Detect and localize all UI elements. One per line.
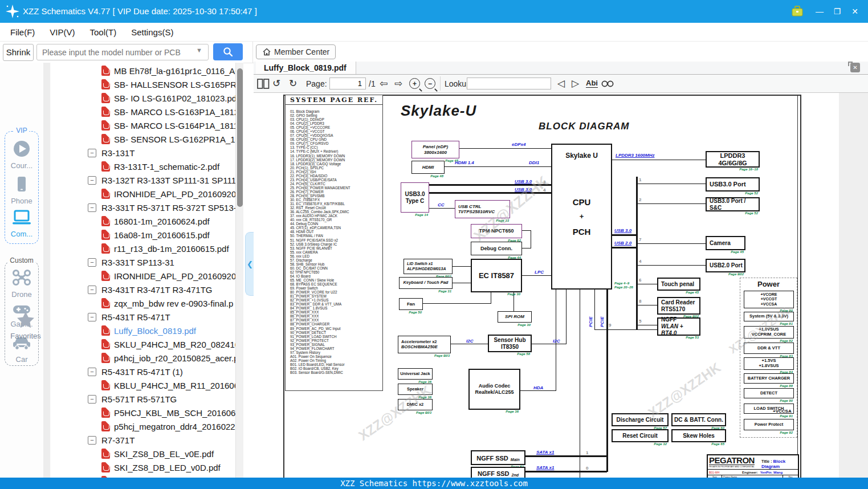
match-case-toggle[interactable]: Abi (586, 75, 598, 92)
close-document-icon[interactable]: ✕ (850, 63, 860, 72)
block-pwr-ddr-vtt: DDR & VTTPage 83 (744, 343, 794, 354)
tree-file[interactable]: KBLU_P4HCJ_MB_R11_20160607 (51, 378, 235, 392)
collapse-icon[interactable]: − (88, 286, 96, 294)
tree-file[interactable]: SB- HALLSENSOR LS-G165PR01 (51, 78, 235, 91)
pin-number: 5 (639, 319, 641, 324)
sidebar-item-drone[interactable]: Drone (5, 268, 38, 299)
tree-group[interactable]: −R3-331T SP113-31 (51, 255, 235, 269)
pin-number: 2 (639, 197, 641, 202)
sidebar-item-course[interactable]: Cour... (5, 140, 38, 170)
search-button[interactable] (213, 43, 243, 60)
app-logo-icon (5, 4, 20, 19)
pdf-page[interactable]: SYSTEM PAGE REF. 01. Block Diagram02. GP… (254, 93, 868, 478)
tree-file[interactable]: zqx_mb_bdw rev e-0903-final.p (51, 296, 235, 310)
menu-bar: File(F) VIP(V) Tool(T) Settings(S) (0, 23, 868, 42)
menu-file[interactable]: File(F) (10, 27, 35, 37)
sidebar-scrollbar[interactable] (43, 63, 50, 489)
collapse-icon[interactable]: − (88, 313, 96, 321)
tree-file[interactable]: P5HCJ_KBL_MB_SCH_20160620- (51, 406, 235, 419)
page-ref-label: Page 52 (745, 191, 758, 195)
menu-settings[interactable]: Settings(S) (131, 27, 173, 37)
zoom-in-button[interactable]: + (409, 78, 420, 89)
pageref-line: 23. PCH(4)_USB/PCIE/SATA (290, 178, 382, 182)
document-tab[interactable]: Luffy_Block_0819.pdf (256, 62, 356, 74)
wire (606, 290, 608, 472)
collapse-icon[interactable]: − (88, 395, 96, 404)
block-spi-rom: SPI ROMPage 30 (498, 311, 532, 323)
tree-group[interactable]: −R3-132T R3-133T SP111-31 SP111- (51, 173, 235, 187)
close-button[interactable]: ✕ (848, 5, 862, 18)
tree-file[interactable]: 16a08-1m_20160615.pdf (51, 228, 235, 242)
tree-file[interactable]: p4hcj_iob_r20_20150825_acer.pc (51, 351, 235, 365)
find-next-button[interactable]: ▷ (572, 75, 579, 92)
previous-page-button[interactable]: ⇦ (380, 75, 388, 92)
menu-vip[interactable]: VIP(V) (50, 27, 75, 37)
tree-group[interactable]: −R5-431T R5-471T (51, 310, 235, 324)
lookup-input[interactable] (467, 78, 551, 89)
tree-file[interactable]: R3-131T-1_schematic-2.pdf (51, 160, 235, 173)
collapse-icon[interactable]: − (88, 176, 96, 185)
collapse-icon[interactable]: − (88, 203, 96, 212)
sidebar-item-computer[interactable]: Com... (5, 209, 38, 238)
collapse-icon[interactable]: − (88, 149, 96, 157)
member-center-button[interactable]: Member Center (256, 44, 336, 59)
sidebar-item-favorites[interactable]: Favorites (0, 311, 51, 340)
tree-file[interactable]: Luffy_Block_0819.pdf (51, 324, 235, 337)
zoom-out-button[interactable]: − (425, 78, 435, 89)
shrink-button[interactable]: Shrink (3, 44, 34, 61)
tree-item-label: r11_r13_db-1m_20160615.pdf (114, 244, 229, 254)
block-ec: EC IT8587Page 30 (471, 259, 522, 292)
minimize-button[interactable]: — (813, 5, 826, 18)
tree-file[interactable]: SB- SENSOR LS-G162PR1A_1811 (51, 132, 235, 146)
tree-file[interactable]: SB- MARCO LS-G164P1A_18112 (51, 119, 235, 132)
brand-subtext: PEGATRON PROPRIETARY AND CONFIDENTIAL (709, 466, 761, 468)
page-number-input[interactable] (329, 78, 366, 89)
pageref-line: 14. TYPE-C (MUX + Redriver) (290, 149, 382, 153)
tree-file[interactable]: IRONHIDE_APL_PD_20160920_-: (51, 269, 235, 283)
maximize-button[interactable]: ❐ (830, 5, 844, 18)
tree-file[interactable]: IRONHIDE_APL_PD_20160920_-: (51, 187, 235, 201)
sidebar-collapse-handle[interactable]: ❮ (245, 232, 254, 296)
menu-tool[interactable]: Tool(T) (90, 27, 117, 37)
tree-group[interactable]: −R5-571T R5-571TG (51, 392, 235, 406)
tree-group[interactable]: −R5-431T R5-471T (1) (51, 365, 235, 378)
next-page-button[interactable]: ⇨ (394, 75, 402, 92)
tree-group[interactable]: −R3-331T R5-371T R5-372T SP513-5 (51, 201, 235, 214)
wire (638, 284, 657, 284)
rotate-left-icon[interactable]: ↺ (272, 75, 280, 92)
model-search-input[interactable] (36, 44, 209, 60)
pdf-file-icon (101, 120, 110, 131)
collapse-icon[interactable]: − (88, 436, 96, 445)
rotate-right-icon[interactable]: ↻ (289, 75, 297, 92)
tree-file[interactable]: MB Eh78f_la-g161pr1c_0116_AC (51, 64, 235, 78)
system-page-ref-header: SYSTEM PAGE REF. (286, 95, 382, 105)
tree-item-label: 16a08-1m_20160615.pdf (114, 230, 210, 240)
tree-file[interactable]: SB- IO LS-G161P02_181023.pdf (51, 91, 235, 105)
page-ref-label: Page 45 (731, 250, 744, 254)
block-pwr-protect: Power ProtectPage 92 (744, 419, 794, 430)
tree-file[interactable]: 16801-1m_20160624.pdf (51, 214, 235, 228)
pageref-line: 64. IO Board (290, 274, 382, 278)
pdf-file-icon (101, 298, 110, 308)
block-touch-penal: Touch penalPage 45 (657, 278, 700, 291)
collapse-icon[interactable]: − (88, 258, 96, 267)
sidebar-item-phone[interactable]: Phone (5, 175, 38, 205)
tree-file[interactable]: SKI_ZS8_DB_LED_v0D.pdf (51, 461, 235, 474)
tree-scrollbar[interactable] (235, 63, 243, 489)
find-previous-button[interactable]: ◁ (557, 75, 565, 92)
pageref-line: 62 TPM NPCT650 (290, 270, 382, 274)
match-whole-word-icon[interactable] (601, 75, 614, 92)
tree-group[interactable]: −R3-131T (51, 146, 235, 160)
two-page-view-icon[interactable] (257, 75, 270, 92)
chevron-down-icon[interactable]: ▼ (196, 47, 202, 54)
tree-file[interactable]: p5hcj_megatron_ddr4_2016022: (51, 419, 235, 433)
tree-file[interactable]: SKI_ZS8_DB_EL_v0E.pdf (51, 447, 235, 461)
tree-file[interactable]: SKLU_P4HCJ_MB_R20_08241600 (51, 337, 235, 351)
tree-file[interactable]: r11_r13_db-1m_20160615.pdf (51, 242, 235, 255)
tree-group[interactable]: −R3-431T R3-471T R3-471TG (51, 283, 235, 296)
tree-group[interactable]: −R7-371T (51, 433, 235, 447)
vip-briefcase-icon[interactable] (791, 6, 804, 17)
tree-scrollbar-thumb[interactable] (237, 68, 243, 207)
tree-file[interactable]: SB- MARCO LS-G163P1A_18120 (51, 105, 235, 119)
collapse-icon[interactable]: − (88, 368, 96, 376)
